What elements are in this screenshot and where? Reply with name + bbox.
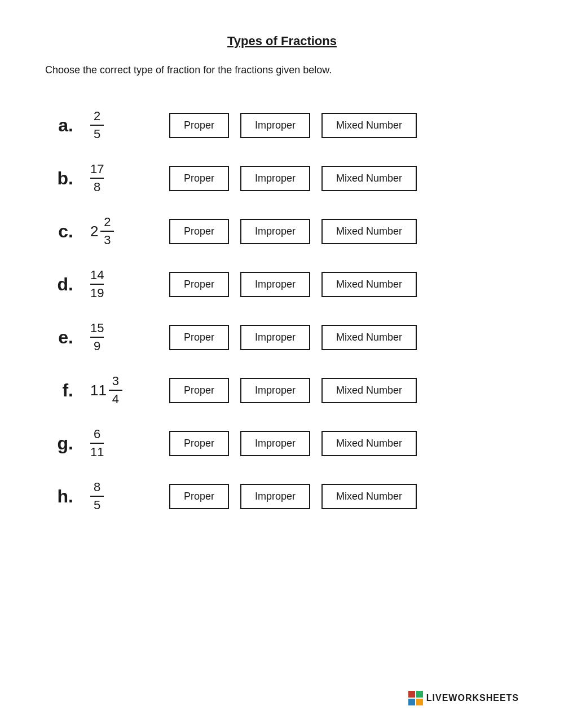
buttons-group-a: ProperImproperMixed Number <box>169 113 417 138</box>
mixed-btn-b[interactable]: Mixed Number <box>321 166 417 191</box>
improper-btn-c[interactable]: Improper <box>240 219 310 244</box>
problem-row-g: g.611ProperImproperMixed Number <box>45 417 519 470</box>
problem-label-c: c. <box>45 221 73 242</box>
fraction-h: 85 <box>90 480 104 513</box>
problem-label-e: e. <box>45 327 73 348</box>
footer: LIVEWORKSHEETS <box>408 674 519 705</box>
mixed-btn-h[interactable]: Mixed Number <box>321 484 417 509</box>
page-title: Types of Fractions <box>227 34 337 48</box>
buttons-group-d: ProperImproperMixed Number <box>169 272 417 297</box>
proper-btn-e[interactable]: Proper <box>169 325 229 350</box>
whole-c: 2 <box>90 223 98 240</box>
numerator-c: 2 <box>100 215 114 232</box>
numerator-e: 15 <box>90 321 104 338</box>
fraction-f: 34 <box>109 374 122 407</box>
buttons-group-e: ProperImproperMixed Number <box>169 325 417 350</box>
proper-btn-g[interactable]: Proper <box>169 431 229 456</box>
problem-row-f: f.1134ProperImproperMixed Number <box>45 364 519 417</box>
numerator-a: 2 <box>90 109 104 126</box>
mixed-btn-g[interactable]: Mixed Number <box>321 431 417 456</box>
improper-btn-a[interactable]: Improper <box>240 113 310 138</box>
mixed-btn-a[interactable]: Mixed Number <box>321 113 417 138</box>
improper-btn-f[interactable]: Improper <box>240 378 310 403</box>
proper-btn-h[interactable]: Proper <box>169 484 229 509</box>
problems-container: a.25ProperImproperMixed Numberb.178Prope… <box>45 99 519 523</box>
denominator-f: 4 <box>109 391 122 407</box>
denominator-c: 3 <box>100 232 114 248</box>
fraction-c: 23 <box>100 215 114 248</box>
fraction-display-b: 178 <box>90 162 141 195</box>
denominator-d: 19 <box>90 285 104 301</box>
problem-row-h: h.85ProperImproperMixed Number <box>45 470 519 523</box>
numerator-g: 6 <box>90 427 104 444</box>
logo-sq-1 <box>408 691 415 698</box>
denominator-h: 5 <box>90 497 104 513</box>
logo-sq-4 <box>416 699 423 705</box>
fraction-display-d: 1419 <box>90 268 141 301</box>
problem-label-d: d. <box>45 274 73 295</box>
logo-sq-2 <box>416 691 423 698</box>
problem-row-c: c.223ProperImproperMixed Number <box>45 205 519 258</box>
proper-btn-b[interactable]: Proper <box>169 166 229 191</box>
problem-label-b: b. <box>45 168 73 189</box>
fraction-display-f: 1134 <box>90 374 141 407</box>
problem-label-f: f. <box>45 380 73 401</box>
problem-label-g: g. <box>45 433 73 454</box>
logo-sq-3 <box>408 699 415 705</box>
proper-btn-d[interactable]: Proper <box>169 272 229 297</box>
improper-btn-h[interactable]: Improper <box>240 484 310 509</box>
proper-btn-c[interactable]: Proper <box>169 219 229 244</box>
numerator-f: 3 <box>109 374 122 391</box>
buttons-group-f: ProperImproperMixed Number <box>169 378 417 403</box>
mixed-btn-f[interactable]: Mixed Number <box>321 378 417 403</box>
improper-btn-g[interactable]: Improper <box>240 431 310 456</box>
improper-btn-e[interactable]: Improper <box>240 325 310 350</box>
problem-row-d: d.1419ProperImproperMixed Number <box>45 258 519 311</box>
denominator-a: 5 <box>90 126 104 142</box>
buttons-group-h: ProperImproperMixed Number <box>169 484 417 509</box>
mixed-btn-d[interactable]: Mixed Number <box>321 272 417 297</box>
fraction-display-c: 223 <box>90 215 141 248</box>
whole-f: 11 <box>90 382 107 399</box>
improper-btn-d[interactable]: Improper <box>240 272 310 297</box>
problem-label-a: a. <box>45 115 73 136</box>
logo-squares <box>408 691 423 705</box>
buttons-group-c: ProperImproperMixed Number <box>169 219 417 244</box>
buttons-group-g: ProperImproperMixed Number <box>169 431 417 456</box>
denominator-e: 9 <box>90 338 104 354</box>
numerator-h: 8 <box>90 480 104 497</box>
improper-btn-b[interactable]: Improper <box>240 166 310 191</box>
mixed-fraction-f: 1134 <box>90 374 122 407</box>
fraction-e: 159 <box>90 321 104 354</box>
fraction-a: 25 <box>90 109 104 142</box>
fraction-display-g: 611 <box>90 427 141 460</box>
problem-row-e: e.159ProperImproperMixed Number <box>45 311 519 364</box>
fraction-g: 611 <box>90 427 104 460</box>
denominator-b: 8 <box>90 179 104 195</box>
numerator-d: 14 <box>90 268 104 285</box>
mixed-btn-e[interactable]: Mixed Number <box>321 325 417 350</box>
buttons-group-b: ProperImproperMixed Number <box>169 166 417 191</box>
mixed-btn-c[interactable]: Mixed Number <box>321 219 417 244</box>
fraction-display-a: 25 <box>90 109 141 142</box>
instructions-text: Choose the correct type of fraction for … <box>45 64 332 76</box>
footer-logo: LIVEWORKSHEETS <box>408 691 519 705</box>
denominator-g: 11 <box>90 444 104 460</box>
fraction-display-h: 85 <box>90 480 141 513</box>
fraction-b: 178 <box>90 162 104 195</box>
footer-brand-text: LIVEWORKSHEETS <box>426 693 519 703</box>
mixed-fraction-c: 223 <box>90 215 114 248</box>
fraction-display-e: 159 <box>90 321 141 354</box>
numerator-b: 17 <box>90 162 104 179</box>
problem-row-b: b.178ProperImproperMixed Number <box>45 152 519 205</box>
fraction-d: 1419 <box>90 268 104 301</box>
problem-row-a: a.25ProperImproperMixed Number <box>45 99 519 152</box>
problem-label-h: h. <box>45 486 73 507</box>
proper-btn-f[interactable]: Proper <box>169 378 229 403</box>
proper-btn-a[interactable]: Proper <box>169 113 229 138</box>
